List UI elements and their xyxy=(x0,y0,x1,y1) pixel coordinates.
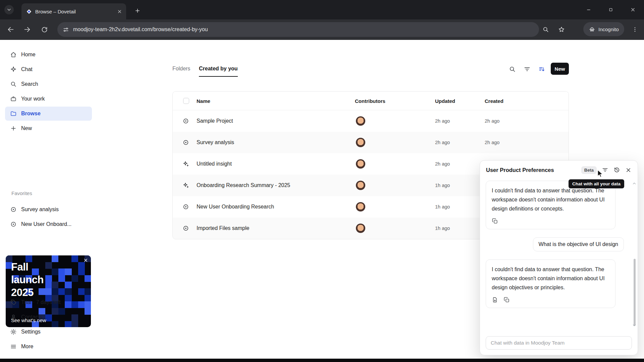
plus-icon xyxy=(135,8,141,14)
new-item-button[interactable]: New xyxy=(551,63,569,75)
tab-created-by-you[interactable]: Created by you xyxy=(199,66,238,77)
taskbar-strip xyxy=(0,359,644,362)
copy-icon[interactable] xyxy=(492,218,498,224)
row-name: Untitled insight xyxy=(197,161,232,167)
sidebar-item-browse[interactable]: Browse xyxy=(5,107,92,121)
site-controls-icon xyxy=(63,26,69,33)
chat-messages: I couldn't find data to answer that ques… xyxy=(480,179,633,334)
sidebar-item-label: Your work xyxy=(21,96,45,102)
column-header-updated: Updated xyxy=(435,98,455,104)
window-controls xyxy=(578,0,644,19)
kebab-menu-icon xyxy=(632,26,638,33)
gear-icon xyxy=(10,328,17,336)
sparkle-icon xyxy=(10,66,17,73)
table-row[interactable]: Survey analysis 2h ago 2h ago xyxy=(173,132,569,153)
favorite-item-label: Survey analysis xyxy=(21,206,59,213)
copy-icon[interactable] xyxy=(503,297,510,303)
promo-close-icon[interactable] xyxy=(83,258,88,263)
zoom-button[interactable] xyxy=(539,23,552,36)
forward-button[interactable] xyxy=(20,23,34,36)
history-icon xyxy=(613,167,620,173)
sidebar-item-your-work[interactable]: Your work xyxy=(5,92,92,106)
row-name: Imported Files sample xyxy=(197,225,249,231)
star-icon xyxy=(558,26,565,33)
chat-close-button[interactable] xyxy=(625,167,632,173)
minimize-icon xyxy=(586,7,591,12)
row-updated: 2h ago xyxy=(435,140,450,145)
browser-tab[interactable]: Browse – Dovetail xyxy=(21,3,126,19)
scroll-down-arrow[interactable] xyxy=(632,323,637,327)
favorite-item-label: New User Onboard... xyxy=(21,221,71,227)
row-name: Survey analysis xyxy=(197,139,234,145)
incognito-badge[interactable]: Incognito xyxy=(583,22,624,36)
sidebar-item-label: Chat xyxy=(21,66,33,72)
table-row[interactable]: Sample Project 2h ago 2h ago xyxy=(173,110,569,132)
filter-button[interactable] xyxy=(521,63,533,75)
sidebar-item-label: Settings xyxy=(21,329,41,335)
sort-button[interactable] xyxy=(536,63,548,75)
save-insight-icon[interactable] xyxy=(492,297,498,303)
row-updated: 2h ago xyxy=(435,161,450,167)
chat-filter-button[interactable] xyxy=(602,167,608,173)
tab-search-button[interactable] xyxy=(4,5,14,14)
sidebar-item-settings[interactable]: Settings xyxy=(5,325,92,339)
tooltip: Chat with all your data xyxy=(569,179,624,188)
chat-panel: User Product Preferences Beta I couldn't… xyxy=(480,160,638,355)
promo-link[interactable]: See what's new xyxy=(11,317,46,323)
new-tab-button[interactable] xyxy=(132,5,143,16)
assistant-message-text: I couldn't find data to answer that ques… xyxy=(492,266,605,290)
contributor-avatar xyxy=(356,138,365,147)
filter-icon xyxy=(524,66,531,73)
sidebar-item-home[interactable]: Home xyxy=(5,48,92,62)
sidebar-item-new[interactable]: New xyxy=(5,121,92,135)
zoom-icon xyxy=(542,26,549,33)
contributor-avatar xyxy=(356,202,365,212)
contributor-avatar xyxy=(356,181,365,190)
scroll-up-arrow[interactable] xyxy=(632,181,637,186)
bookmark-button[interactable] xyxy=(555,23,568,36)
menu-icon xyxy=(10,343,17,350)
favorite-item-new-user-onboarding[interactable]: New User Onboard... xyxy=(5,217,92,231)
chat-input[interactable] xyxy=(486,336,632,350)
sidebar-item-label: More xyxy=(21,344,33,350)
sidebar-item-chat[interactable]: Chat xyxy=(5,62,92,76)
scrollbar-thumb[interactable] xyxy=(634,259,636,326)
sidebar-item-label: New xyxy=(21,125,32,131)
close-icon xyxy=(625,167,632,173)
table-search-button[interactable] xyxy=(506,63,518,75)
sort-icon xyxy=(538,66,545,73)
column-header-contributors: Contributors xyxy=(355,98,385,104)
home-icon xyxy=(10,51,17,58)
sidebar-item-search[interactable]: Search xyxy=(5,77,92,91)
incognito-icon xyxy=(589,26,595,33)
browser-titlebar: Browse – Dovetail xyxy=(0,0,644,19)
sidebar-item-label: Browse xyxy=(21,111,41,117)
forward-icon xyxy=(23,26,31,33)
row-name: Sample Project xyxy=(197,118,233,124)
beta-badge: Beta xyxy=(581,166,597,174)
sidebar-item-label: Home xyxy=(21,52,36,58)
assistant-message-text: I couldn't find data to answer that ques… xyxy=(492,188,605,212)
row-updated: 1h ago xyxy=(435,204,450,209)
tab-folders[interactable]: Folders xyxy=(172,66,190,72)
reload-button[interactable] xyxy=(38,23,51,36)
row-updated: 1h ago xyxy=(435,183,450,188)
back-button[interactable] xyxy=(4,23,17,36)
minimize-button[interactable] xyxy=(578,0,600,19)
close-icon xyxy=(630,7,636,12)
sidebar-item-more[interactable]: More xyxy=(5,340,92,354)
tab-close-icon[interactable] xyxy=(117,9,122,14)
briefcase-icon xyxy=(10,95,17,103)
browser-menu-button[interactable] xyxy=(628,23,642,36)
user-message: What is the objective of UI design xyxy=(533,237,624,251)
favorite-item-survey-analysis[interactable]: Survey analysis xyxy=(5,202,92,217)
row-created: 2h ago xyxy=(485,140,499,145)
chat-history-button[interactable] xyxy=(613,167,620,173)
insight-sparkle-icon xyxy=(182,161,189,167)
project-target-icon xyxy=(182,139,189,146)
close-window-button[interactable] xyxy=(622,0,644,19)
maximize-button[interactable] xyxy=(600,0,622,19)
target-icon xyxy=(10,206,17,213)
select-all-checkbox[interactable] xyxy=(183,98,189,104)
address-bar[interactable]: moodjoy-team-2h2v.dovetail.com/browse/cr… xyxy=(57,22,539,37)
